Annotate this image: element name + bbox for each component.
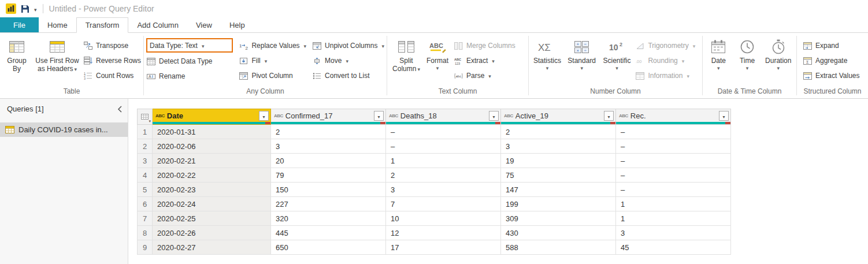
tab-transform[interactable]: Transform xyxy=(76,17,129,33)
date-button[interactable]: Date xyxy=(705,35,732,70)
detect-data-type-button[interactable]: Detect Data Type xyxy=(146,54,233,69)
table-cell[interactable]: – xyxy=(616,168,731,183)
save-icon[interactable] xyxy=(21,5,29,13)
row-number[interactable]: 2 xyxy=(138,139,153,154)
table-cell[interactable]: 19 xyxy=(501,154,616,168)
filter-button[interactable] xyxy=(489,111,499,121)
column-header-Rec.[interactable]: ABCRec. xyxy=(616,109,731,125)
table-cell[interactable]: – xyxy=(616,125,731,139)
row-number[interactable]: 3 xyxy=(138,154,153,168)
row-number[interactable]: 4 xyxy=(138,168,153,183)
tab-view[interactable]: View xyxy=(187,17,221,32)
table-cell[interactable]: 45 xyxy=(616,240,731,255)
table-cell[interactable]: 2020-02-23 xyxy=(153,183,271,197)
table-cell[interactable]: 650 xyxy=(271,240,386,255)
table-cell[interactable]: 1 xyxy=(616,197,731,211)
information-button[interactable]: Information xyxy=(635,68,700,83)
quick-access-caret-icon[interactable] xyxy=(34,5,37,13)
replace-values-button[interactable]: 12 Replace Values xyxy=(239,38,306,53)
time-button[interactable]: Time xyxy=(734,35,761,70)
table-cell[interactable]: 320 xyxy=(271,211,386,226)
table-cell[interactable]: 1 xyxy=(386,154,501,168)
table-cell[interactable]: – xyxy=(386,125,501,139)
tab-help[interactable]: Help xyxy=(221,17,254,32)
row-number[interactable]: 6 xyxy=(138,197,153,211)
table-cell[interactable]: 2 xyxy=(386,168,501,183)
use-first-row-as-headers-button[interactable]: Use First Row as Headers xyxy=(33,35,81,73)
transpose-button[interactable]: Transpose xyxy=(83,38,141,53)
row-number[interactable]: 1 xyxy=(138,125,153,139)
trigonometry-button[interactable]: Trigonometry xyxy=(635,38,700,53)
statistics-button[interactable]: ΧΣ Statistics xyxy=(531,35,563,70)
table-cell[interactable]: 79 xyxy=(271,168,386,183)
table-cell[interactable]: 588 xyxy=(501,240,616,255)
row-number[interactable]: 5 xyxy=(138,183,153,197)
collapse-pane-icon[interactable] xyxy=(117,106,122,113)
rename-button[interactable]: A Rename xyxy=(146,69,233,84)
table-cell[interactable]: – xyxy=(616,154,731,168)
column-header-Confirmed_17[interactable]: ABCConfirmed_17 xyxy=(271,109,386,125)
row-number[interactable]: 7 xyxy=(138,211,153,226)
table-cell[interactable]: 2020-02-22 xyxy=(153,168,271,183)
rounding-button[interactable]: .00 Rounding xyxy=(635,53,700,68)
table-cell[interactable]: 2020-02-24 xyxy=(153,197,271,211)
table-cell[interactable]: 7 xyxy=(386,197,501,211)
tab-add-column[interactable]: Add Column xyxy=(128,17,187,32)
table-cell[interactable]: 309 xyxy=(501,211,616,226)
table-cell[interactable]: 2020-01-31 xyxy=(153,125,271,139)
extract-button[interactable]: ABC123 Extract xyxy=(454,53,524,68)
standard-button[interactable]: +−×÷ Standard xyxy=(565,35,599,70)
table-cell[interactable]: 2020-02-21 xyxy=(153,154,271,168)
table-cell[interactable]: 12 xyxy=(386,226,501,240)
table-cell[interactable]: – xyxy=(386,139,501,154)
split-column-button[interactable]: Split Column xyxy=(391,35,421,73)
convert-to-list-button[interactable]: Convert to List xyxy=(312,68,384,83)
duration-button[interactable]: Duration xyxy=(762,35,794,70)
table-cell[interactable]: 2 xyxy=(271,125,386,139)
pivot-column-button[interactable]: Pivot Column xyxy=(239,68,306,83)
table-cell[interactable]: 75 xyxy=(501,168,616,183)
column-header-Active_19[interactable]: ABCActive_19 xyxy=(501,109,616,125)
extract-values-button[interactable]: Extract Values xyxy=(803,68,859,83)
merge-columns-button[interactable]: Merge Columns xyxy=(454,38,524,53)
column-header-Date[interactable]: ABCDate xyxy=(153,109,271,125)
table-cell[interactable]: – xyxy=(616,183,731,197)
query-list-item[interactable]: Daily COVID-19 cases in... xyxy=(0,122,128,137)
table-cell[interactable]: 2020-02-27 xyxy=(153,240,271,255)
group-by-button[interactable]: Group By xyxy=(2,35,31,73)
reverse-rows-button[interactable]: Reverse Rows xyxy=(83,53,141,68)
table-cell[interactable]: 147 xyxy=(501,183,616,197)
table-cell[interactable]: 1 xyxy=(616,211,731,226)
table-cell[interactable]: 10 xyxy=(386,211,501,226)
count-rows-button[interactable]: 123 Count Rows xyxy=(83,68,141,83)
table-cell[interactable]: 2020-02-26 xyxy=(153,226,271,240)
table-cell[interactable]: 2020-02-25 xyxy=(153,211,271,226)
table-cell[interactable]: 2020-02-06 xyxy=(153,139,271,154)
tab-home[interactable]: Home xyxy=(39,17,76,32)
table-cell[interactable]: 150 xyxy=(271,183,386,197)
filter-button[interactable] xyxy=(719,111,729,121)
select-all-button[interactable] xyxy=(138,109,153,125)
table-cell[interactable]: 3 xyxy=(616,226,731,240)
table-cell[interactable]: 17 xyxy=(386,240,501,255)
filter-button[interactable] xyxy=(604,111,614,121)
table-cell[interactable]: 227 xyxy=(271,197,386,211)
table-cell[interactable]: 445 xyxy=(271,226,386,240)
tab-file[interactable]: File xyxy=(0,17,39,32)
expand-button[interactable]: Expand xyxy=(803,38,859,53)
parse-button[interactable]: abc Parse xyxy=(454,68,524,83)
table-cell[interactable]: 430 xyxy=(501,226,616,240)
row-number[interactable]: 9 xyxy=(138,240,153,255)
unpivot-columns-button[interactable]: Unpivot Columns xyxy=(312,38,384,53)
filter-button[interactable] xyxy=(259,111,269,121)
row-number[interactable]: 8 xyxy=(138,226,153,240)
scientific-button[interactable]: 102 Scientific xyxy=(600,35,634,70)
table-cell[interactable]: 199 xyxy=(501,197,616,211)
table-cell[interactable]: 3 xyxy=(271,139,386,154)
aggregate-button[interactable]: Σ Aggregate xyxy=(803,53,859,68)
move-button[interactable]: Move xyxy=(312,53,384,68)
filter-button[interactable] xyxy=(374,111,384,121)
column-header-Deaths_18[interactable]: ABCDeaths_18 xyxy=(386,109,501,125)
table-cell[interactable]: 2 xyxy=(501,125,616,139)
data-type-button[interactable]: Data Type: Text xyxy=(150,39,204,51)
